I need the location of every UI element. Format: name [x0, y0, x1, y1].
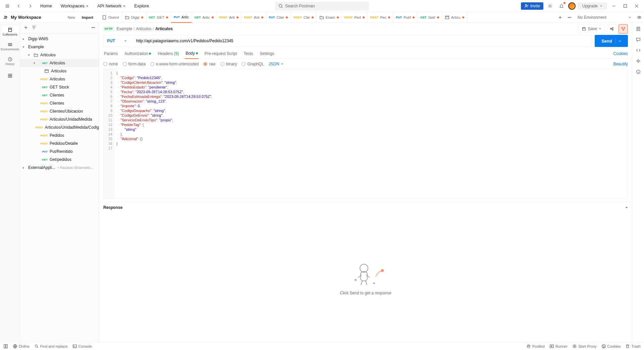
code-icon[interactable]: [635, 47, 642, 54]
share-icon[interactable]: [607, 24, 616, 34]
tree-item[interactable]: GETGET Stock: [20, 83, 99, 91]
avatar[interactable]: [568, 2, 576, 10]
nav-api-network[interactable]: API Network: [94, 1, 129, 10]
req-tab-tests[interactable]: Tests: [243, 49, 254, 59]
rail-environments[interactable]: Environments: [1, 40, 19, 54]
tab[interactable]: PUTClier: [266, 12, 291, 23]
code-body[interactable]: {····"Codigo": "Pedido12345",····"Codigo…: [114, 69, 628, 198]
nav-home[interactable]: Home: [37, 1, 55, 10]
tree-item[interactable]: ▾Example: [20, 43, 99, 51]
env-quicklook-icon[interactable]: [635, 13, 644, 22]
tab[interactable]: Overvi: [99, 12, 122, 23]
new-tab-button[interactable]: [555, 13, 565, 22]
sb-proxy[interactable]: Start Proxy: [572, 344, 596, 349]
sb-online[interactable]: Online: [13, 344, 30, 349]
tree-item[interactable]: POSTClientes: [20, 99, 99, 107]
tree-item[interactable]: POSTClientes/Ubicacion: [20, 107, 99, 115]
workspace-name[interactable]: My Workspace: [11, 15, 62, 20]
tab[interactable]: PUTArtic: [171, 12, 192, 23]
sb-runner[interactable]: Runner: [549, 344, 568, 349]
invite-button[interactable]: Invite: [521, 2, 543, 10]
body-type-x-www-form-urlencoded[interactable]: x-www-form-urlencoded: [150, 62, 199, 66]
tab[interactable]: POSTClie: [291, 12, 316, 23]
method-select[interactable]: PUT: [103, 35, 130, 47]
back-icon[interactable]: [14, 1, 23, 11]
tree-item[interactable]: POSTPedidos/Detalle: [20, 139, 99, 148]
menu-icon[interactable]: [3, 1, 12, 11]
tree-item[interactable]: GETGet/pedidos: [20, 156, 99, 164]
tree-item[interactable]: POSTArticulos/UnidadMedida: [20, 115, 99, 123]
body-type-form-data[interactable]: form-data: [123, 62, 146, 66]
breadcrumb[interactable]: Example/Articulos/Articulos: [117, 26, 173, 31]
tree-item[interactable]: GETClientes: [20, 91, 99, 99]
nav-explore[interactable]: Explore: [131, 1, 152, 10]
tree-item[interactable]: ▸ExternalAppli...⑂ Facundo Shlamovitz...: [20, 164, 99, 172]
tree-item[interactable]: ▸Digip WMS: [20, 35, 99, 43]
tree-item[interactable]: PUTPut/Remitido: [20, 148, 99, 156]
sidebar-filter-icon[interactable]: [32, 25, 36, 31]
body-type-raw[interactable]: raw: [203, 62, 215, 66]
info-icon[interactable]: [635, 68, 642, 75]
code-editor[interactable]: 1234567891011121314151617 {····"Codigo":…: [103, 69, 628, 199]
tree-item[interactable]: ▾Articulos: [20, 51, 99, 59]
sidebar-options-icon[interactable]: [91, 25, 96, 31]
import-button[interactable]: Import: [79, 14, 96, 21]
body-format-select[interactable]: JSON: [269, 62, 283, 66]
req-tab-params[interactable]: Params: [103, 49, 118, 59]
body-type-binary[interactable]: binary: [220, 62, 237, 66]
window-minimize-icon[interactable]: [609, 1, 619, 11]
save-button[interactable]: Save: [578, 24, 605, 33]
new-button[interactable]: New: [65, 14, 78, 21]
upgrade-button[interactable]: Upgrade: [578, 2, 607, 10]
sidebar-add-icon[interactable]: [23, 25, 28, 31]
tab[interactable]: POSTArti: [217, 12, 241, 23]
tree-item[interactable]: POSTPedidos: [20, 131, 99, 139]
tab[interactable]: POSTPec: [368, 12, 393, 23]
tree-item[interactable]: Articulos: [20, 67, 99, 75]
tab[interactable]: Exam: [317, 12, 342, 23]
fork-icon[interactable]: [619, 24, 628, 34]
req-tab-settings[interactable]: Settings: [259, 49, 275, 59]
beautify-link[interactable]: Beautify: [613, 62, 628, 66]
req-tab-pre-request-script[interactable]: Pre-request Script: [204, 49, 238, 59]
cookies-link[interactable]: Cookies: [613, 51, 628, 56]
sb-trash[interactable]: Trash: [625, 344, 641, 349]
window-close-icon[interactable]: [632, 1, 641, 11]
send-button[interactable]: Send: [595, 35, 628, 47]
sb-find[interactable]: Find and replace: [34, 344, 68, 349]
sb-layout-icon[interactable]: [3, 344, 8, 349]
url-input[interactable]: [133, 35, 592, 47]
tab[interactable]: GETArtic: [192, 12, 217, 23]
related-icon[interactable]: [635, 58, 642, 64]
settings-icon[interactable]: [545, 1, 555, 11]
response-header[interactable]: Response: [99, 201, 632, 213]
nav-workspaces[interactable]: Workspaces: [57, 1, 92, 10]
body-type-none[interactable]: none: [103, 62, 118, 66]
tab[interactable]: GETGet/: [418, 12, 442, 23]
sb-console[interactable]: Console: [72, 344, 92, 349]
environment-select[interactable]: No Environment: [574, 15, 635, 20]
rail-more[interactable]: [1, 69, 19, 83]
tab[interactable]: PUTPut/l: [393, 12, 418, 23]
tree-item[interactable]: POSTArticulos/UnidadMedida/Codig...: [20, 123, 99, 131]
tab-options-icon[interactable]: [565, 13, 574, 22]
rail-history[interactable]: History: [1, 54, 19, 68]
tab[interactable]: Articu: [442, 12, 467, 23]
tab[interactable]: Digip: [122, 12, 146, 23]
docs-icon[interactable]: [635, 25, 642, 32]
tree-item[interactable]: POSTArticulos: [20, 75, 99, 83]
req-tab-body[interactable]: Body: [185, 48, 198, 59]
tab[interactable]: POSTArti: [241, 12, 266, 23]
tab[interactable]: GETGET: [146, 12, 171, 23]
forward-icon[interactable]: [25, 1, 35, 11]
req-tab-headers[interactable]: Headers (9): [157, 49, 179, 59]
tab[interactable]: POSTPed: [342, 12, 368, 23]
body-type-GraphQL[interactable]: GraphQL: [241, 62, 264, 66]
window-maximize-icon[interactable]: [621, 1, 630, 11]
comments-icon[interactable]: [635, 36, 642, 43]
sb-cookies[interactable]: Cookies: [601, 344, 621, 349]
sb-postbot[interactable]: Postbot: [526, 344, 545, 349]
req-tab-authorization[interactable]: Authorization: [124, 49, 152, 59]
rail-collections[interactable]: Collections: [1, 25, 19, 39]
search-input[interactable]: Search Postman: [275, 2, 369, 10]
